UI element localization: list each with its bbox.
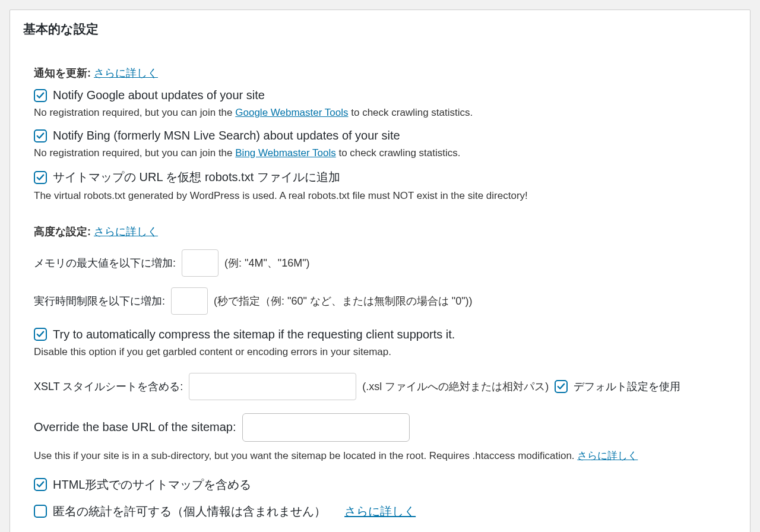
- checkmark-icon: [36, 330, 45, 338]
- anon-stats-label: 匿名の統計を許可する（個人情報は含まれません）: [53, 504, 326, 520]
- baseurl-desc-text: Use this if your site is in a sub-direct…: [34, 450, 577, 461]
- xslt-hint: (.xsl ファイルへの絶対または相対パス): [362, 379, 549, 394]
- bing-notify-label: Notify Bing (formerly MSN Live Search) a…: [53, 129, 400, 142]
- anon-stats-checkbox[interactable]: [34, 505, 47, 518]
- checkmark-icon: [36, 91, 45, 100]
- bing-desc-post: to check crawling statistics.: [336, 147, 461, 159]
- bing-notify-desc: No registration required, but you can jo…: [34, 145, 726, 161]
- memory-input[interactable]: [182, 249, 218, 277]
- bing-desc-pre: No registration required, but you can jo…: [34, 147, 235, 159]
- html-sitemap-checkbox[interactable]: [34, 478, 47, 491]
- robots-desc: The virtual robots.txt generated by Word…: [34, 188, 726, 204]
- compress-desc: Disable this option if you get garbled c…: [34, 344, 726, 360]
- checkmark-icon: [557, 382, 565, 391]
- advanced-learn-more-link[interactable]: さらに詳しく: [94, 226, 158, 238]
- baseurl-desc: Use this if your site is in a sub-direct…: [34, 448, 726, 464]
- option-baseurl-row: Override the base URL of the sitemap:: [34, 413, 726, 442]
- baseurl-label: Override the base URL of the sitemap:: [34, 420, 236, 434]
- option-html-sitemap: HTML形式でのサイトマップを含める: [34, 477, 726, 493]
- baseurl-input[interactable]: [242, 413, 410, 442]
- basic-settings-panel: 基本的な設定 通知を更新: さらに詳しく Notify Google about…: [10, 10, 750, 532]
- option-robots-txt: サイトマップの URL を仮想 robots.txt ファイルに追加 The v…: [34, 169, 726, 204]
- google-desc-post: to check crawling statistics.: [349, 107, 473, 118]
- panel-title: 基本的な設定: [10, 10, 750, 42]
- xslt-default-checkbox[interactable]: [555, 380, 568, 393]
- option-memory-row: メモリの最大値を以下に増加: (例: "4M"、"16M"): [34, 249, 726, 277]
- option-xslt-row: XSLT スタイルシートを含める: (.xsl ファイルへの絶対または相対パス)…: [34, 373, 726, 400]
- memory-hint: (例: "4M"、"16M"): [224, 256, 310, 270]
- bing-notify-checkbox[interactable]: [34, 129, 47, 142]
- memory-label: メモリの最大値を以下に増加:: [34, 256, 176, 270]
- notification-heading-text: 通知を更新:: [34, 67, 91, 79]
- robots-checkbox[interactable]: [34, 171, 47, 184]
- xslt-input[interactable]: [189, 373, 356, 400]
- checkmark-icon: [36, 173, 45, 182]
- compress-checkbox[interactable]: [34, 328, 47, 341]
- notification-learn-more-link[interactable]: さらに詳しく: [94, 67, 158, 79]
- html-sitemap-label: HTML形式でのサイトマップを含める: [53, 477, 251, 493]
- exec-label: 実行時間制限を以下に増加:: [34, 294, 165, 308]
- advanced-heading-text: 高度な設定:: [34, 226, 91, 238]
- checkmark-icon: [36, 132, 45, 140]
- option-exec-row: 実行時間制限を以下に増加: (秒で指定（例: "60" など、または無制限の場合…: [34, 287, 726, 315]
- compress-label: Try to automatically compress the sitema…: [53, 328, 455, 341]
- panel-body: 通知を更新: さらに詳しく Notify Google about update…: [10, 42, 750, 532]
- google-desc-pre: No registration required, but you can jo…: [34, 107, 235, 118]
- google-notify-desc: No registration required, but you can jo…: [34, 104, 726, 121]
- xslt-label: XSLT スタイルシートを含める:: [34, 379, 183, 394]
- exec-input[interactable]: [171, 287, 208, 315]
- baseurl-learn-more-link[interactable]: さらに詳しく: [577, 450, 638, 461]
- google-notify-label: Notify Google about updates of your site: [53, 88, 265, 102]
- option-compress: Try to automatically compress the sitema…: [34, 328, 726, 360]
- option-google-notify: Notify Google about updates of your site…: [34, 88, 726, 121]
- checkmark-icon: [36, 480, 45, 489]
- robots-label: サイトマップの URL を仮想 robots.txt ファイルに追加: [53, 169, 340, 185]
- google-notify-checkbox[interactable]: [34, 89, 47, 102]
- option-bing-notify: Notify Bing (formerly MSN Live Search) a…: [34, 129, 726, 161]
- bing-webmaster-tools-link[interactable]: Bing Webmaster Tools: [235, 147, 335, 159]
- option-anon-stats: 匿名の統計を許可する（個人情報は含まれません） さらに詳しく: [34, 504, 726, 520]
- google-webmaster-tools-link[interactable]: Google Webmaster Tools: [235, 107, 348, 118]
- section-heading-notification: 通知を更新: さらに詳しく: [34, 66, 726, 80]
- exec-hint: (秒で指定（例: "60" など、または無制限の場合は "0")): [214, 294, 473, 308]
- xslt-default-label: デフォルト設定を使用: [574, 379, 680, 394]
- section-heading-advanced: 高度な設定: さらに詳しく: [34, 224, 726, 239]
- anon-stats-learn-more-link[interactable]: さらに詳しく: [344, 504, 416, 520]
